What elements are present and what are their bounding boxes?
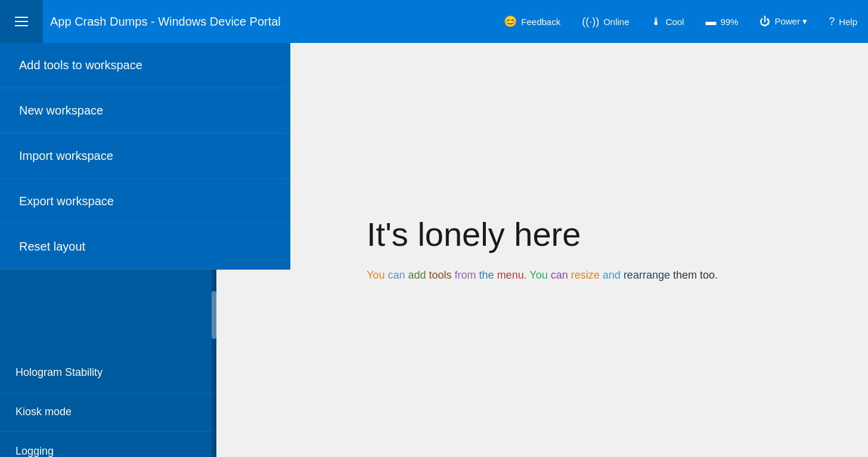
online-button[interactable]: ((·)) Online <box>571 0 640 43</box>
word-tools: tools <box>429 269 452 281</box>
sidebar-item-label: Logging <box>16 445 54 457</box>
feedback-button[interactable]: 😊 Feedback <box>493 0 571 43</box>
main-content: It's lonely here You can add tools from … <box>216 43 868 457</box>
sidebar-item-label: Kiosk mode <box>16 406 72 418</box>
body: Hologram Stability Kiosk mode Logging Ma… <box>0 43 868 457</box>
dropdown-menu: Add tools to workspace New workspace Imp… <box>0 43 290 270</box>
sidebar-item-hologram-stability[interactable]: Hologram Stability <box>0 353 216 393</box>
dropdown-item-label: Import workspace <box>19 149 113 162</box>
dropdown-item-add-tools[interactable]: Add tools to workspace <box>0 43 290 88</box>
dropdown-item-import-workspace[interactable]: Import workspace <box>0 134 290 179</box>
sidebar-item-kiosk-mode[interactable]: Kiosk mode <box>0 393 216 432</box>
word-the: the <box>479 269 494 281</box>
cool-label: Cool <box>666 17 684 27</box>
online-label: Online <box>603 17 629 27</box>
word-can2: can <box>551 269 568 281</box>
power-button[interactable]: ⏻ Power ▾ <box>749 0 818 43</box>
word-menu: menu. <box>497 269 527 281</box>
feedback-icon: 😊 <box>504 15 517 28</box>
feedback-label: Feedback <box>521 17 560 27</box>
hamburger-icon <box>15 17 28 26</box>
battery-button[interactable]: ▬ 99% <box>695 0 749 43</box>
header: App Crash Dumps - Windows Device Portal … <box>0 0 868 43</box>
lonely-container: It's lonely here You can add tools from … <box>367 216 718 284</box>
word-from: from <box>455 269 476 281</box>
dropdown-item-export-workspace[interactable]: Export workspace <box>0 179 290 224</box>
help-label: Help <box>839 17 857 27</box>
battery-label: 99% <box>720 17 738 27</box>
cool-button[interactable]: 🌡 Cool <box>640 0 695 43</box>
sidebar-item-label: Hologram Stability <box>16 366 103 378</box>
power-label: Power ▾ <box>774 16 807 27</box>
battery-icon: ▬ <box>705 16 716 28</box>
dropdown-item-label: Export workspace <box>19 194 114 208</box>
lonely-subtext: You can add tools from the menu. You can <box>367 267 718 284</box>
word-you2: You <box>529 269 547 281</box>
dropdown-item-label: Add tools to workspace <box>19 58 142 72</box>
word-add: add <box>408 269 426 281</box>
dropdown-item-label: New workspace <box>19 104 103 117</box>
sidebar-item-logging[interactable]: Logging <box>0 432 216 457</box>
help-icon: ? <box>829 16 835 28</box>
lonely-heading: It's lonely here <box>367 216 718 253</box>
scrollbar-thumb[interactable] <box>212 291 216 339</box>
word-can: can <box>388 269 405 281</box>
power-icon: ⏻ <box>760 16 770 28</box>
thermometer-icon: 🌡 <box>651 16 662 28</box>
word-you: You <box>367 269 385 281</box>
help-button[interactable]: ? Help <box>818 0 868 43</box>
dropdown-item-label: Reset layout <box>19 240 85 253</box>
word-resize: resize <box>571 269 600 281</box>
word-and: and <box>603 269 621 281</box>
dropdown-item-reset-layout[interactable]: Reset layout <box>0 224 290 270</box>
header-actions: 😊 Feedback ((·)) Online 🌡 Cool ▬ 99% ⏻ P… <box>493 0 868 43</box>
online-icon: ((·)) <box>582 16 599 28</box>
word-rearrange: rearrange <box>624 269 670 281</box>
hamburger-button[interactable] <box>0 0 43 43</box>
dropdown-item-new-workspace[interactable]: New workspace <box>0 88 290 134</box>
app-title: App Crash Dumps - Windows Device Portal <box>43 15 493 29</box>
